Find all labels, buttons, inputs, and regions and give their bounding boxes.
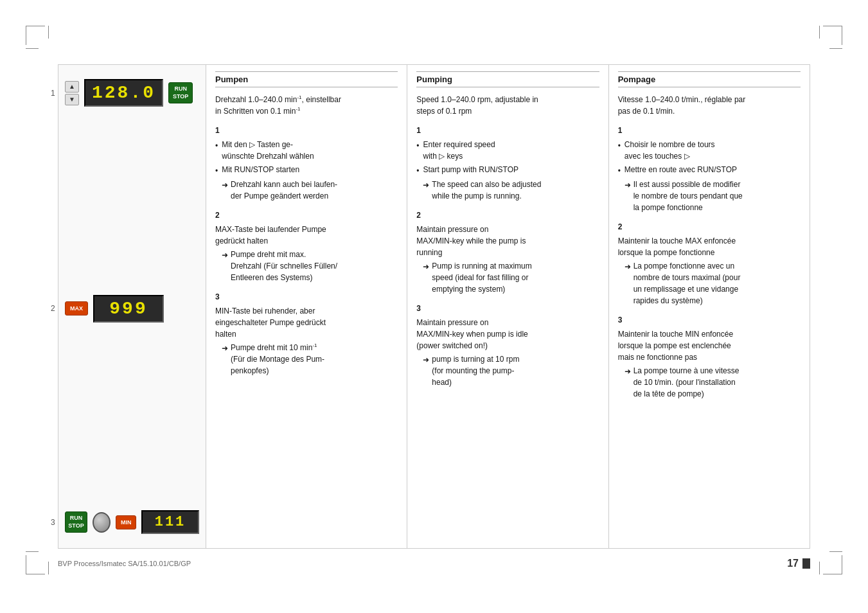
french-arrow-2-1-text: La pompe fonctionne avec unnombre de tou… <box>633 260 741 306</box>
tick-bl-h <box>26 551 39 552</box>
tick-tl-h <box>26 48 39 49</box>
page-number: 17 <box>787 558 799 569</box>
page: 1 ▲ ▼ 128.0 RUN STOP 2 MAX 999 3 <box>0 0 868 613</box>
bullet-dot: • <box>416 140 419 152</box>
tick-tr-v <box>819 26 820 39</box>
german-bullet-1-2-text: Mit RUN/STOP starten <box>222 164 299 175</box>
arrow-sym: ➜ <box>222 179 228 191</box>
min-btn-3[interactable]: MIN <box>116 515 136 529</box>
french-sec-num-3: 3 <box>618 315 801 324</box>
english-section-2: 2 Maintain pressure onMAX/MIN-key while … <box>416 211 599 295</box>
french-arrow-1-1-text: Il est aussi possible de modifierle nomb… <box>633 179 743 213</box>
row-number-1: 1 <box>51 89 55 98</box>
english-bullet-1-2: • Start pump with RUN/STOP <box>416 164 599 177</box>
lcd-display-3: 111 <box>141 510 199 534</box>
footer-right: 17 <box>787 558 810 569</box>
german-arrow-1-1-text: Drehzahl kann auch bei laufen-der Pumpe … <box>231 179 337 202</box>
arrow-sym: ➜ <box>222 342 228 354</box>
english-sec-num-2: 2 <box>416 211 599 220</box>
knob-3[interactable] <box>93 512 111 533</box>
english-subtitle: Speed 1.0–240.0 rpm, adjustable insteps … <box>416 94 599 117</box>
english-sec-num-1: 1 <box>416 126 599 135</box>
down-arrow-btn-1[interactable]: ▼ <box>65 94 79 105</box>
french-arrow-1-1: ➜ Il est aussi possible de modifierle no… <box>624 179 801 213</box>
english-arrow-2-1: ➜ Pump is running at maximumspeed (ideal… <box>423 260 599 295</box>
english-arrow-2-1-text: Pump is running at maximumspeed (ideal f… <box>432 260 531 295</box>
column-french: Pompage Vitesse 1.0–240.0 t/min., réglab… <box>608 64 810 549</box>
english-arrow-1-1-text: The speed can also be adjustedwhile the … <box>432 179 541 202</box>
english-header: Pumping <box>416 71 599 87</box>
english-section-1: 1 • Enter required speedwith ▷ keys • St… <box>416 126 599 202</box>
main-content: 1 ▲ ▼ 128.0 RUN STOP 2 MAX 999 3 <box>58 64 810 549</box>
bullet-dot: • <box>416 165 419 177</box>
up-arrow-btn-1[interactable]: ▲ <box>65 81 79 93</box>
french-section-1: 1 • Choisir le nombre de toursavec les t… <box>618 126 801 213</box>
french-bullet-1-1: • Choisir le nombre de toursavec les tou… <box>618 139 801 162</box>
german-arrow-2-1-text: Pumpe dreht mit max.Drehzahl (Für schnel… <box>231 249 337 283</box>
french-bullet-1-2-text: Mettre en route avec RUN/STOP <box>624 164 737 175</box>
lcd-display-2: 999 <box>93 295 164 323</box>
french-subtitle: Vitesse 1.0–240.0 t/min., réglable parpa… <box>618 94 801 117</box>
german-sec-num-1: 1 <box>215 126 398 135</box>
arrow-group-1: ▲ ▼ <box>65 81 79 105</box>
english-section-3: 3 Maintain pressure onMAX/MIN-key when p… <box>416 304 599 388</box>
french-plain-3-1: Maintenir la touche MIN enfoncéelorsque … <box>618 328 801 363</box>
german-arrow-2-1: ➜ Pumpe dreht mit max.Drehzahl (Für schn… <box>222 249 398 283</box>
german-bullet-1-1: • Mit den ▷ Tasten ge-wünschte Drehzahl … <box>215 139 398 162</box>
french-sec-num-2: 2 <box>618 222 801 231</box>
english-bullet-1-1-text: Enter required speedwith ▷ keys <box>423 139 495 162</box>
german-subtitle: Drehzahl 1.0–240.0 min-1, einstellbarin … <box>215 94 398 117</box>
german-section-3: 3 MIN-Taste bei ruhender, abereingeschal… <box>215 292 398 377</box>
corner-mark-br <box>823 555 842 574</box>
tick-tr-h <box>829 48 842 49</box>
tick-tl-v <box>48 26 49 39</box>
german-plain-3-1: MIN-Taste bei ruhender, abereingeschalte… <box>215 305 398 340</box>
corner-mark-tl <box>26 26 45 45</box>
tick-br-h <box>829 551 842 552</box>
french-bullet-1-2: • Mettre en route avec RUN/STOP <box>618 164 801 177</box>
french-sec-num-1: 1 <box>618 126 801 135</box>
device-row-3: 3 RUN STOP MIN 111 <box>65 502 199 542</box>
english-bullet-1-1: • Enter required speedwith ▷ keys <box>416 139 599 162</box>
arrow-sym: ➜ <box>423 354 429 366</box>
tick-bl-v <box>48 562 49 574</box>
german-arrow-1-1: ➜ Drehzahl kann auch bei laufen-der Pump… <box>222 179 398 202</box>
german-plain-2-1: MAX-Taste bei laufender Pumpegedrückt ha… <box>215 224 398 247</box>
device-row-1: 1 ▲ ▼ 128.0 RUN STOP <box>65 71 199 114</box>
footer-left-text: BVP Process/Ismatec SA/15.10.01/CB/GP <box>58 560 191 567</box>
german-bullet-1-1-text: Mit den ▷ Tasten ge-wünschte Drehzahl wä… <box>222 139 314 162</box>
french-arrow-2-1: ➜ La pompe fonctionne avec unnombre de t… <box>624 260 801 306</box>
english-plain-3-1: Maintain pressure onMAX/MIN-key when pum… <box>416 317 599 351</box>
device-panel: 1 ▲ ▼ 128.0 RUN STOP 2 MAX 999 3 <box>58 64 206 549</box>
tick-br-v <box>819 562 820 574</box>
column-english: Pumping Speed 1.0–240.0 rpm, adjustable … <box>407 64 608 549</box>
french-arrow-3-1-text: La pompe tourne à une vitessede 10 t/min… <box>633 365 740 400</box>
arrow-sym: ➜ <box>222 249 228 261</box>
german-section-2: 2 MAX-Taste bei laufender Pumpegedrückt … <box>215 211 398 283</box>
bullet-dot: • <box>618 165 621 177</box>
german-sec-num-3: 3 <box>215 292 398 301</box>
run-stop-btn-1[interactable]: RUN STOP <box>168 82 193 103</box>
page-block <box>802 558 810 569</box>
english-arrow-3-1: ➜ pump is turning at 10 rpm(for mounting… <box>423 353 599 388</box>
arrow-sym: ➜ <box>624 261 631 272</box>
french-plain-2-1: Maintenir la touche MAX enfoncéelorsque … <box>618 235 801 258</box>
english-sec-num-3: 3 <box>416 304 599 313</box>
french-section-2: 2 Maintenir la touche MAX enfoncéelorsqu… <box>618 222 801 306</box>
german-sec-num-2: 2 <box>215 211 398 220</box>
german-section-1: 1 • Mit den ▷ Tasten ge-wünschte Drehzah… <box>215 126 398 202</box>
english-arrow-3-1-text: pump is turning at 10 rpm(for mounting t… <box>432 353 519 388</box>
bullet-dot: • <box>215 140 218 152</box>
arrow-sym: ➜ <box>624 366 631 377</box>
english-arrow-1-1: ➜ The speed can also be adjustedwhile th… <box>423 179 599 202</box>
arrow-sym: ➜ <box>423 261 429 272</box>
french-section-3: 3 Maintenir la touche MIN enfoncéelorsqu… <box>618 315 801 400</box>
english-plain-2-1: Maintain pressure onMAX/MIN-key while th… <box>416 224 599 258</box>
german-arrow-3-1-text: Pumpe dreht mit 10 min-1(Für die Montage… <box>231 342 324 377</box>
row-number-2: 2 <box>51 304 55 313</box>
row-number-3: 3 <box>51 518 55 527</box>
german-header: Pumpen <box>215 71 398 87</box>
max-btn-2[interactable]: MAX <box>65 301 88 315</box>
run-stop-btn-3[interactable]: RUN STOP <box>65 511 87 533</box>
bullet-dot: • <box>215 165 218 177</box>
